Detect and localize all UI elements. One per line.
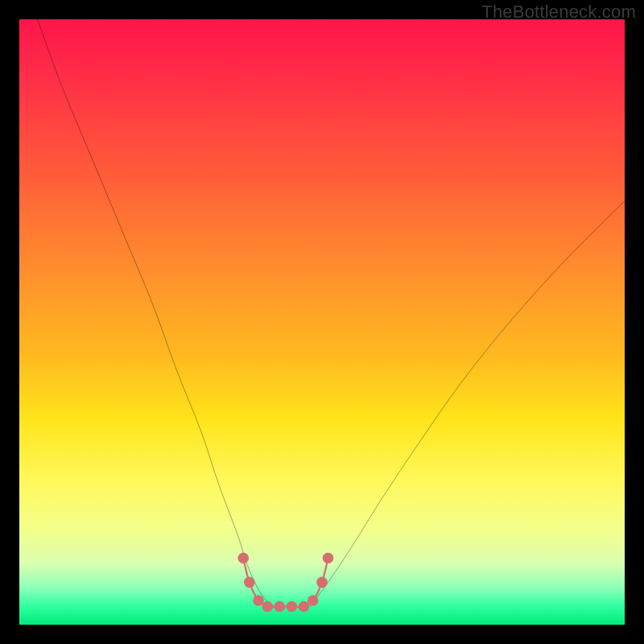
trough-marker-dot bbox=[237, 553, 249, 564]
trough-marker-dot bbox=[287, 601, 298, 613]
trough-marker-dot bbox=[308, 595, 319, 606]
chart-curves bbox=[19, 19, 625, 625]
trough-marker-dot bbox=[316, 577, 328, 588]
trough-marker-dot bbox=[244, 577, 255, 588]
right-curve bbox=[310, 201, 625, 607]
left-curve bbox=[38, 19, 274, 606]
trough-marker-dot bbox=[323, 553, 334, 564]
chart-frame: TheBottleneck.com bbox=[0, 0, 644, 644]
trough-marker-dot bbox=[275, 601, 286, 613]
trough-marker-dot bbox=[299, 601, 310, 613]
trough-marker-dot bbox=[253, 595, 264, 606]
trough-marker-dots bbox=[237, 553, 333, 613]
trough-marker-dot bbox=[262, 601, 274, 613]
